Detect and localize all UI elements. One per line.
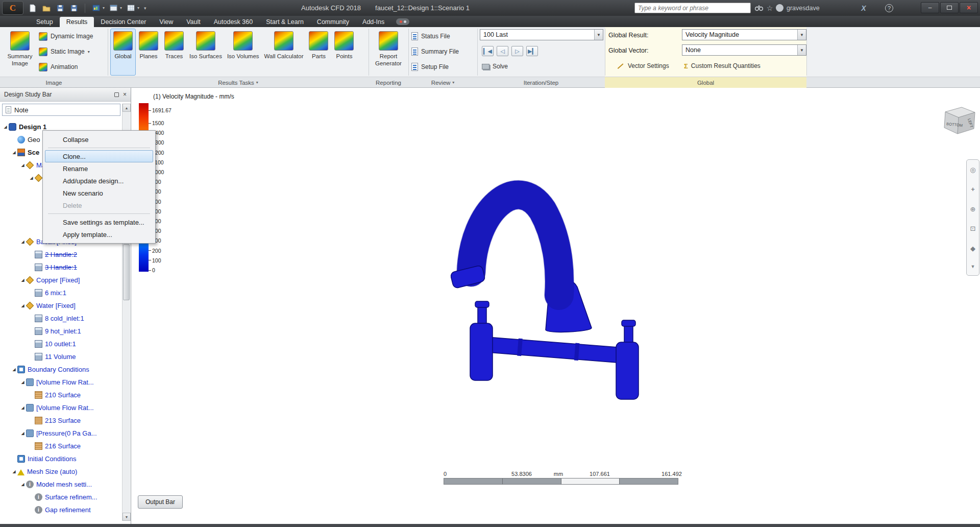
tree-item[interactable]: 216 Surface — [0, 440, 122, 452]
close-button[interactable]: × — [960, 2, 978, 13]
tree-item[interactable]: Boundary Conditions — [0, 363, 122, 376]
tree-item[interactable]: [Volume Flow Rat... — [0, 376, 122, 389]
expand-arrow-icon[interactable] — [11, 469, 17, 474]
ribbon-tab[interactable]: Vault — [180, 17, 207, 27]
context-menu-item[interactable]: Save settings as template... — [45, 216, 153, 228]
tree-item[interactable]: 8 cold_inlet:1 — [0, 312, 122, 325]
ribbon-tab[interactable]: Autodesk 360 — [207, 17, 259, 27]
context-menu-item[interactable]: Collapse — [45, 133, 153, 146]
results-task-button[interactable]: Parts — [306, 29, 331, 76]
view-cube[interactable]: BOTTOM LEFT — [938, 104, 980, 141]
gesture-icon[interactable] — [396, 18, 409, 25]
dropdown-arrow-icon[interactable]: ▾ — [137, 6, 139, 10]
image-item-button[interactable]: Static Image ▾ — [39, 45, 106, 58]
tree-item[interactable]: Model mesh setti... — [0, 478, 122, 491]
close-panel-icon[interactable]: × — [123, 91, 127, 98]
summary-image-button[interactable]: Summary Image — [2, 29, 38, 76]
last-iteration-button[interactable]: ▶▎ — [526, 46, 538, 56]
play-iterations-button[interactable]: ▷ — [511, 46, 523, 56]
previous-iteration-button[interactable]: ◁ — [497, 46, 508, 56]
open-folder-icon[interactable] — [41, 3, 52, 13]
solve-button[interactable]: Solve — [482, 60, 508, 73]
review-file-button[interactable]: Status File — [411, 30, 476, 42]
output-bar-button[interactable]: Output Bar — [138, 495, 183, 509]
help-icon[interactable]: ? — [884, 0, 894, 16]
context-menu-item[interactable]: Apply template... — [45, 228, 153, 241]
context-menu-item[interactable]: Delete — [45, 199, 153, 211]
save-icon[interactable] — [55, 3, 65, 13]
expand-arrow-icon[interactable] — [19, 303, 26, 308]
favorites-star-icon[interactable]: ☆ — [765, 0, 774, 16]
table-tool-icon[interactable] — [126, 3, 136, 13]
tree-item[interactable]: Mesh Size (auto) — [0, 465, 122, 478]
context-menu-item[interactable]: Add/update design... — [45, 175, 153, 187]
image-item-button[interactable]: Animation — [39, 61, 106, 73]
tree-item[interactable]: Initial Conditions — [0, 452, 122, 465]
ribbon-tab[interactable]: Results — [60, 17, 94, 27]
tree-item[interactable]: 213 Surface — [0, 414, 122, 427]
tree-item[interactable]: 11 Volume — [0, 350, 122, 363]
dropdown-arrow-icon[interactable]: ▾ — [103, 6, 105, 10]
search-binoculars-icon[interactable] — [754, 0, 764, 16]
save-as-icon[interactable] — [69, 3, 79, 13]
restore-button[interactable] — [940, 2, 959, 13]
expand-arrow-icon[interactable] — [19, 482, 26, 487]
tree-item[interactable]: 3 Handle:1 — [0, 261, 122, 274]
results-task-button[interactable]: Traces — [161, 29, 187, 76]
tree-item[interactable]: 10 outlet:1 — [0, 338, 122, 350]
scroll-up-icon[interactable]: ▲ — [122, 104, 131, 112]
tree-item[interactable]: Water [Fixed] — [0, 299, 122, 312]
expand-arrow-icon[interactable] — [2, 125, 9, 129]
ribbon-tab[interactable]: Start & Learn — [259, 17, 310, 27]
expand-arrow-icon[interactable] — [19, 431, 26, 436]
custom-result-quantities-button[interactable]: Σ Custom Result Quantities — [684, 60, 761, 72]
expand-arrow-icon[interactable] — [19, 405, 26, 410]
review-file-button[interactable]: Setup File — [411, 61, 476, 73]
review-file-button[interactable]: Summary File — [411, 45, 476, 58]
ribbon-tab[interactable]: Setup — [30, 17, 60, 27]
navbar-more-icon[interactable]: ▼ — [971, 264, 975, 269]
scrollbar-thumb[interactable] — [123, 244, 130, 300]
tree-item[interactable]: Gap refinement — [0, 504, 122, 516]
results-task-button[interactable]: Wall Calculator — [262, 29, 306, 76]
ribbon-tab[interactable]: Decision Center — [94, 17, 153, 27]
expand-arrow-icon[interactable] — [28, 176, 35, 180]
first-iteration-button[interactable]: ▎◀ — [482, 46, 494, 56]
pan-icon[interactable]: + — [971, 185, 975, 193]
vector-settings-button[interactable]: Vector Settings — [618, 60, 669, 72]
look-icon[interactable]: ◆ — [970, 245, 975, 252]
orbit-icon[interactable]: ⊡ — [970, 225, 976, 232]
design-study-bar-header[interactable]: Design Study Bar × — [0, 88, 131, 102]
exchange-x-icon[interactable]: X — [859, 0, 869, 16]
tree-item[interactable]: Surface refinem... — [0, 491, 122, 504]
iteration-dropdown[interactable]: 100 Last ▼ — [480, 29, 603, 40]
tree-item[interactable]: Copper [Fixed] — [0, 274, 122, 286]
expand-arrow-icon[interactable] — [19, 380, 26, 385]
tree-item[interactable]: [Pressure(0 Pa Ga... — [0, 427, 122, 440]
scroll-down-icon[interactable]: ▼ — [122, 513, 131, 521]
new-file-icon[interactable] — [28, 3, 38, 13]
pin-panel-icon[interactable] — [114, 92, 119, 97]
context-menu-item[interactable]: Clone... — [45, 150, 153, 162]
image-item-button[interactable]: Dynamic Image — [39, 30, 106, 42]
tree-item[interactable]: 210 Surface — [0, 389, 122, 401]
results-tasks-group-label[interactable]: Results Tasks▾ — [108, 77, 369, 88]
results-task-button[interactable]: Iso Volumes — [225, 29, 262, 76]
expand-arrow-icon[interactable] — [11, 367, 17, 372]
global-result-dropdown[interactable]: Velocity Magnitude ▼ — [682, 29, 806, 40]
dropdown-arrow-icon[interactable]: ▾ — [88, 50, 90, 54]
zoom-icon[interactable]: ⊕ — [970, 205, 976, 213]
report-generator-button[interactable]: Report Generator — [371, 29, 406, 76]
full-navigation-wheel-icon[interactable]: ◎ — [970, 166, 975, 174]
global-vector-dropdown[interactable]: None ▼ — [682, 44, 806, 56]
results-task-button[interactable]: Iso Surfaces — [187, 29, 225, 76]
expand-arrow-icon[interactable] — [11, 150, 17, 155]
context-menu-item[interactable]: New scenario — [45, 187, 153, 199]
application-menu-button[interactable]: C — [2, 1, 23, 15]
expand-arrow-icon[interactable] — [19, 239, 26, 244]
note-field[interactable]: Note — [2, 104, 120, 116]
ribbon-tab[interactable]: Add-Ins — [356, 17, 391, 27]
review-group-label[interactable]: Review▾ — [408, 77, 477, 88]
results-task-button[interactable]: Planes — [136, 29, 161, 76]
qat-customize-icon[interactable]: ▾ — [144, 6, 146, 11]
